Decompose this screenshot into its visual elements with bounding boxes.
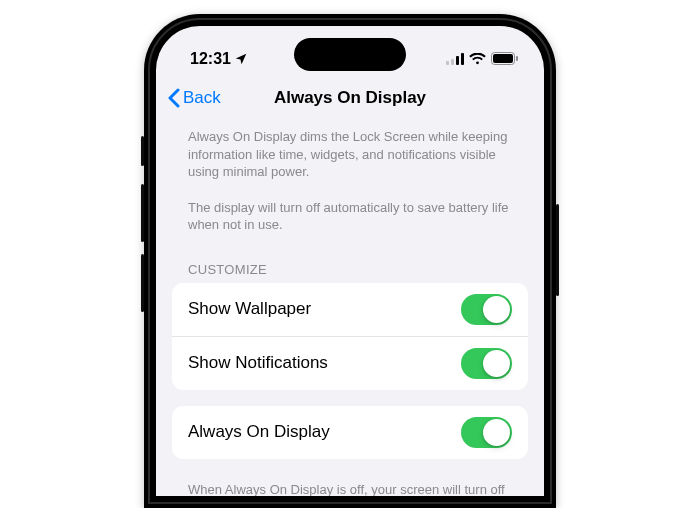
svg-rect-5	[493, 54, 513, 63]
always-on-display-label: Always On Display	[188, 422, 330, 442]
footer-text: When Always On Display is off, your scre…	[172, 475, 528, 496]
customize-group: Show Wallpaper Show Notifications	[172, 283, 528, 390]
volume-down-button	[141, 254, 144, 312]
svg-rect-3	[461, 53, 464, 65]
dynamic-island	[294, 38, 406, 71]
volume-up-button	[141, 184, 144, 242]
side-button	[141, 136, 144, 166]
description-paragraph-1: Always On Display dims the Lock Screen w…	[188, 128, 512, 181]
show-wallpaper-toggle[interactable]	[461, 294, 512, 325]
svg-rect-0	[446, 61, 449, 65]
power-button	[556, 204, 559, 296]
svg-rect-1	[451, 59, 454, 65]
show-notifications-row[interactable]: Show Notifications	[172, 336, 528, 390]
always-on-display-row[interactable]: Always On Display	[172, 406, 528, 459]
location-icon	[234, 52, 248, 66]
screen: 12:31	[156, 26, 544, 496]
content: Always On Display dims the Lock Screen w…	[156, 120, 544, 496]
chevron-left-icon	[168, 88, 180, 108]
wifi-icon	[469, 53, 486, 65]
description: Always On Display dims the Lock Screen w…	[172, 120, 528, 256]
status-time: 12:31	[190, 50, 231, 68]
show-notifications-toggle[interactable]	[461, 348, 512, 379]
nav-bar: Back Always On Display	[156, 76, 544, 120]
phone-frame: 12:31	[144, 14, 556, 508]
customize-header: CUSTOMIZE	[172, 256, 528, 283]
show-wallpaper-row[interactable]: Show Wallpaper	[172, 283, 528, 336]
svg-rect-2	[456, 56, 459, 65]
always-on-display-toggle[interactable]	[461, 417, 512, 448]
battery-icon	[491, 52, 518, 65]
description-paragraph-2: The display will turn off automatically …	[188, 199, 512, 234]
show-wallpaper-label: Show Wallpaper	[188, 299, 311, 319]
back-button[interactable]: Back	[156, 88, 221, 108]
cellular-icon	[446, 53, 464, 65]
main-group: Always On Display	[172, 406, 528, 459]
show-notifications-label: Show Notifications	[188, 353, 328, 373]
back-label: Back	[183, 88, 221, 108]
svg-rect-6	[516, 56, 518, 61]
